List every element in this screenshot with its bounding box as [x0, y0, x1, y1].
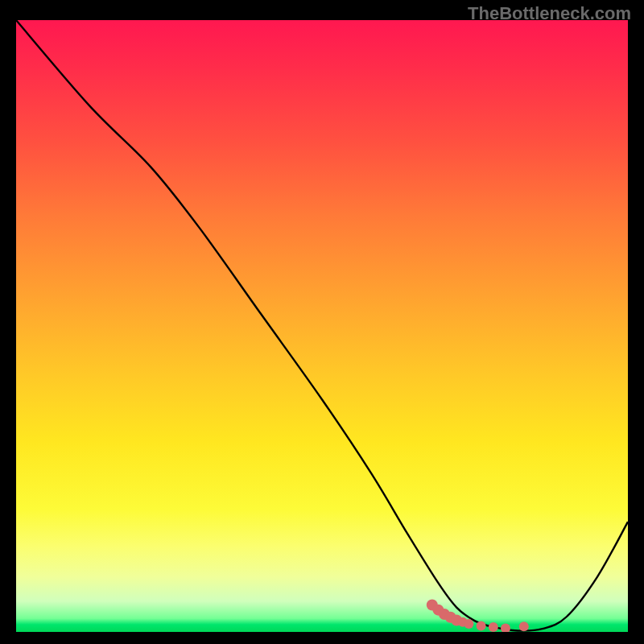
chart-container: TheBottleneck.com [0, 0, 644, 644]
watermark-text: TheBottleneck.com [468, 3, 631, 24]
plot-area [16, 20, 628, 632]
marker-point [464, 619, 473, 629]
marker-point [489, 622, 498, 632]
marker-point [477, 621, 486, 630]
marker-point [519, 621, 529, 631]
bottleneck-curve-line [16, 20, 628, 631]
chart-svg [16, 20, 628, 632]
marker-group [427, 600, 529, 632]
marker-point [501, 623, 510, 632]
